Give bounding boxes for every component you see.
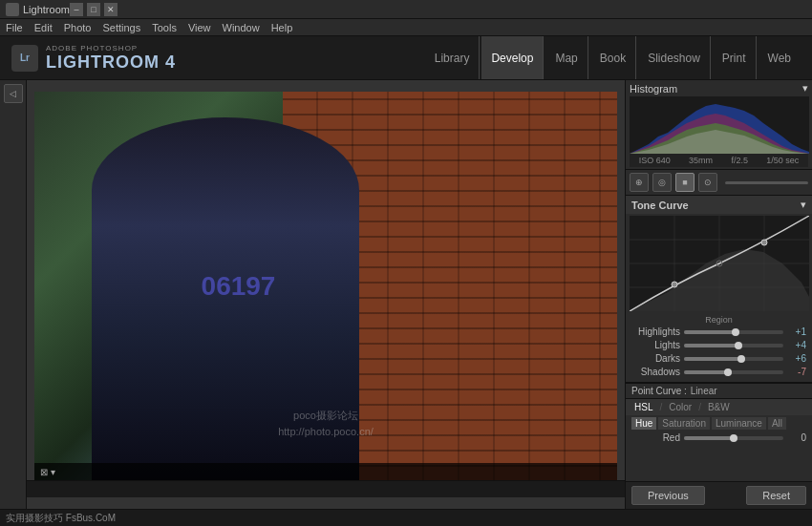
menu-item-photo[interactable]: Photo (64, 22, 92, 33)
histogram-collapse-icon[interactable]: ▾ (802, 82, 808, 95)
bottom-nav: Previous Reset (626, 481, 812, 509)
darks-slider-track[interactable] (684, 357, 783, 361)
hsl-separator: / (698, 402, 701, 412)
view-mode: ⊠ ▾ (40, 467, 55, 477)
menu-item-settings[interactable]: Settings (102, 22, 140, 33)
hsl-section: HSL/Color/B&W HueSaturationLuminanceAll … (626, 398, 812, 448)
lightroom-title: LIGHTROOM 4 (46, 53, 176, 73)
tool-slider[interactable] (725, 181, 808, 184)
shadows-slider-thumb[interactable] (724, 368, 732, 376)
tool-icon-3[interactable]: ⊙ (698, 173, 717, 192)
shadows-slider-track[interactable] (684, 370, 783, 374)
photo-area: 06197 poco摄影论坛 http://photo.poco.cn/ ⊠ ▾ (27, 80, 625, 509)
darks-slider-fill (684, 357, 741, 361)
hsl-sub-tabs: HueSaturationLuminanceAll (631, 417, 806, 430)
point-curve-value: Linear (691, 386, 717, 396)
minimize-button[interactable]: – (70, 3, 83, 16)
app-icon (6, 3, 19, 16)
red-slider-thumb[interactable] (730, 434, 737, 442)
close-button[interactable]: ✕ (104, 3, 118, 16)
highlights-slider-value: +1 (783, 326, 806, 337)
darks-slider-thumb[interactable] (737, 355, 745, 363)
photo-bottom-bar: ⊠ ▾ (34, 463, 617, 480)
camera-info-item: 1/50 sec (766, 156, 799, 165)
menu-item-view[interactable]: View (188, 22, 211, 33)
reset-button[interactable]: Reset (746, 486, 806, 505)
person-silhouette (92, 117, 359, 480)
menu-bar: FileEditPhotoSettingsToolsViewWindowHelp (0, 19, 812, 36)
nav-tab-map[interactable]: Map (545, 36, 588, 79)
hsl-content: HueSaturationLuminanceAll Red 0 (626, 415, 812, 448)
point-curve-row: Point Curve : Linear (626, 383, 812, 398)
red-slider-value: 0 (783, 432, 806, 443)
highlights-slider-fill (684, 330, 736, 334)
previous-button[interactable]: Previous (631, 486, 705, 505)
histogram-label: Histogram (630, 83, 677, 95)
nav-tab-slideshow[interactable]: Slideshow (638, 36, 711, 79)
tool-icon-0[interactable]: ⊕ (630, 173, 649, 192)
histogram-canvas (630, 96, 809, 154)
tone-curve-title: Tone Curve (631, 200, 689, 211)
status-text: 实用摄影技巧 FsBus.CoM (6, 512, 116, 525)
nav-tab-develop[interactable]: Develop (481, 36, 544, 79)
menu-item-help[interactable]: Help (271, 22, 293, 33)
nav-tab-library[interactable]: Library (425, 36, 481, 79)
title-bar: Lightroom – □ ✕ (0, 0, 812, 19)
region-section: Region Highlights+1Lights+4Darks+6Shadow… (626, 313, 812, 382)
right-panel: Histogram ▾ ISO 64035mmf/2.51/50 sec ⊕◎■… (625, 80, 812, 509)
tool-icon-1[interactable]: ◎ (652, 173, 672, 192)
hsl-header: HSL/Color/B&W (626, 399, 812, 415)
highlights-slider-row: Highlights+1 (631, 326, 806, 337)
highlights-slider-label: Highlights (631, 326, 684, 337)
main-content: ◁ 06197 poco摄影论坛 http://photo.poco.cn/ ⊠… (0, 80, 812, 509)
svg-point-12 (761, 240, 767, 245)
tool-icon-2[interactable]: ■ (675, 173, 694, 192)
nav-tab-print[interactable]: Print (713, 36, 757, 79)
hsl-tab-b&w[interactable]: B&W (705, 402, 733, 412)
lights-slider-track[interactable] (684, 344, 783, 347)
filmstrip (27, 480, 625, 497)
nav-tabs: LibraryDevelopMapBookSlideshowPrintWeb (425, 36, 801, 79)
app-title: ADOBE PHOTOSHOP LIGHTROOM 4 (46, 44, 176, 73)
histogram-section: Histogram ▾ ISO 64035mmf/2.51/50 sec (626, 80, 812, 170)
hsl-sub-tab-luminance[interactable]: Luminance (712, 417, 766, 430)
svg-point-13 (716, 261, 722, 266)
lr-logo: Lr (11, 45, 38, 72)
red-slider-track[interactable] (684, 436, 783, 440)
highlights-slider-track[interactable] (684, 330, 783, 334)
lights-slider-thumb[interactable] (735, 342, 742, 349)
camera-info-item: f/2.5 (731, 156, 748, 165)
tone-curve-header[interactable]: Tone Curve ▾ (626, 196, 812, 214)
hsl-sub-tab-saturation[interactable]: Saturation (658, 417, 710, 430)
red-slider-row: Red 0 (631, 432, 806, 443)
histogram-svg (630, 96, 809, 154)
menu-item-tools[interactable]: Tools (152, 22, 177, 33)
red-slider-fill (684, 436, 734, 440)
lights-slider-label: Lights (631, 340, 684, 350)
hsl-tab-color[interactable]: Color (666, 402, 694, 412)
hsl-sub-tab-all[interactable]: All (768, 417, 786, 430)
lights-slider-value: +4 (783, 340, 806, 350)
lights-slider-row: Lights+4 (631, 340, 806, 350)
red-slider-label: Red (631, 432, 684, 443)
window-title: Lightroom (23, 4, 70, 15)
camera-info-item: ISO 640 (639, 156, 671, 165)
menu-item-file[interactable]: File (6, 22, 23, 33)
maximize-button[interactable]: □ (87, 3, 100, 16)
menu-item-window[interactable]: Window (223, 22, 260, 33)
hsl-tab-hsl[interactable]: HSL (631, 402, 655, 412)
left-panel-icon[interactable]: ◁ (4, 84, 23, 103)
nav-tab-book[interactable]: Book (590, 36, 636, 79)
tone-curve-collapse[interactable]: ▾ (801, 199, 806, 211)
photo-canvas: 06197 poco摄影论坛 http://photo.poco.cn/ ⊠ ▾ (34, 92, 617, 480)
shadows-slider-value: -7 (783, 367, 806, 377)
menu-item-edit[interactable]: Edit (34, 22, 53, 33)
shadows-slider-fill (684, 370, 728, 374)
adobe-subtitle: ADOBE PHOTOSHOP (46, 44, 176, 53)
nav-tab-web[interactable]: Web (759, 36, 801, 79)
darks-slider-value: +6 (783, 353, 806, 364)
svg-point-11 (672, 282, 677, 287)
hsl-sub-tab-hue[interactable]: Hue (631, 417, 656, 430)
tone-curve-section: Tone Curve ▾ (626, 196, 812, 383)
highlights-slider-thumb[interactable] (732, 328, 739, 336)
